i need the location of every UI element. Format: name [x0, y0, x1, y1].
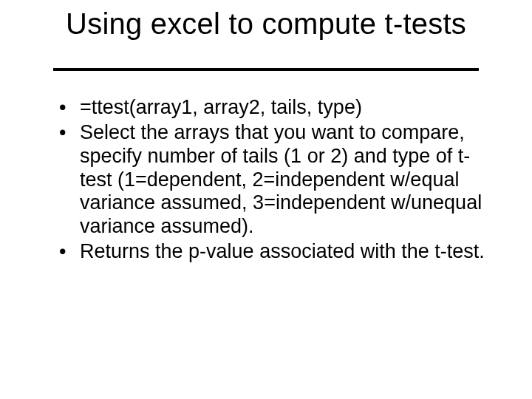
bullet-item: =ttest(array1, array2, tails, type): [59, 96, 488, 120]
bullet-item: Select the arrays that you want to compa…: [59, 121, 488, 239]
title-area: Using excel to compute t-tests: [0, 7, 532, 40]
slide: Using excel to compute t-tests =ttest(ar…: [0, 0, 532, 399]
bullet-item: Returns the p-value associated with the …: [59, 240, 488, 264]
slide-title: Using excel to compute t-tests: [66, 7, 466, 40]
body-area: =ttest(array1, array2, tails, type) Sele…: [59, 96, 488, 265]
title-underline: [53, 68, 479, 71]
bullet-list: =ttest(array1, array2, tails, type) Sele…: [59, 96, 488, 264]
